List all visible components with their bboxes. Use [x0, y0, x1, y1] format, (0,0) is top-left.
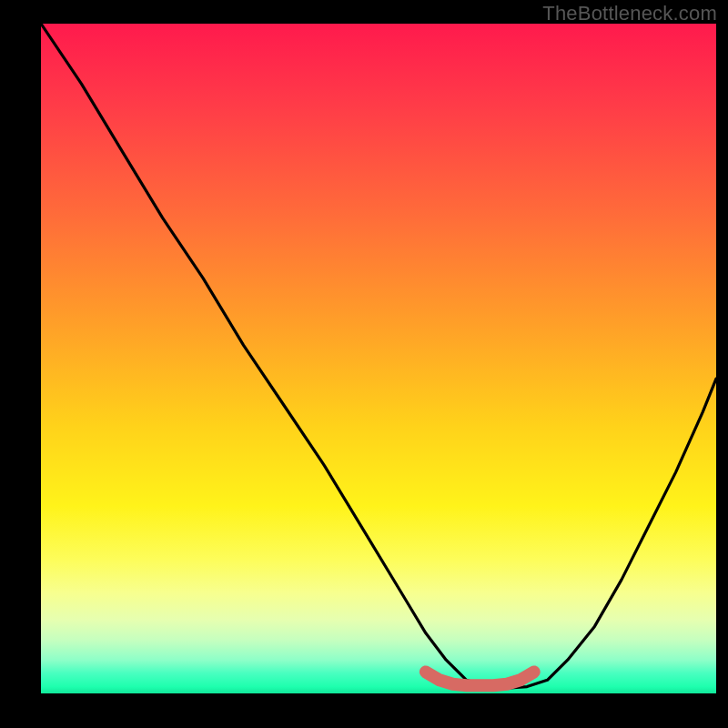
plot-area — [41, 24, 716, 693]
chart-frame: TheBottleneck.com — [0, 0, 728, 728]
attribution-text: TheBottleneck.com — [542, 2, 717, 25]
bottleneck-band — [426, 672, 534, 685]
curves-layer — [41, 24, 716, 693]
performance-curve — [41, 24, 716, 688]
